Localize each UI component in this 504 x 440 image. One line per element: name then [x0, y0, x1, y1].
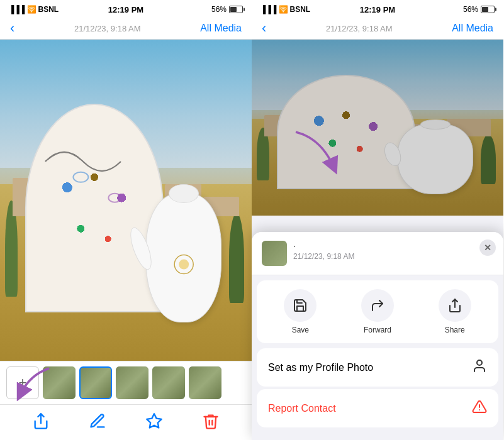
- right-back-button[interactable]: ‹: [262, 21, 266, 35]
- thumbnail-1[interactable]: [43, 366, 76, 399]
- delete-button[interactable]: [202, 412, 220, 430]
- svg-point-3: [179, 260, 189, 270]
- photo-tree-right: [229, 213, 244, 303]
- right-photo-area: [252, 40, 503, 216]
- right-battery-icon: [481, 6, 495, 13]
- left-bottom-toolbar: [0, 404, 252, 440]
- left-nav-bar: ‹ 21/12/23, 9:18 AM All Media: [0, 18, 252, 40]
- svg-point-7: [477, 360, 482, 365]
- left-time: 12:19 PM: [108, 5, 143, 14]
- save-action-label: Save: [292, 326, 309, 334]
- right-nav-bar: ‹ 21/12/23, 9:18 AM All Media: [252, 18, 503, 40]
- right-battery: 56%: [463, 5, 495, 14]
- battery-fill: [230, 7, 237, 12]
- left-back-button[interactable]: ‹: [10, 21, 14, 35]
- left-battery: 56%: [211, 5, 243, 14]
- right-phone-panel: ▐▐▐ 🛜 BSNL 12:19 PM 56% ‹ 21/12/23, 9:18…: [252, 0, 503, 440]
- thumbnail-2[interactable]: [79, 366, 112, 399]
- share-sheet-info: · 21/12/23, 9:18 AM: [293, 241, 493, 261]
- share-sheet-name: ·: [293, 241, 493, 251]
- right-nav-subtitle: 21/12/23, 9:18 AM: [266, 24, 452, 33]
- report-contact-item[interactable]: Report Contact: [257, 389, 498, 427]
- sheet-bottom-spacer: [252, 430, 503, 440]
- share-button[interactable]: [32, 412, 50, 430]
- forward-icon: [370, 298, 385, 313]
- left-carrier: ▐▐▐ 🛜 BSNL: [9, 5, 59, 14]
- save-icon: [293, 298, 308, 313]
- right-carrier-label: BSNL: [290, 5, 311, 14]
- right-status-bar: ▐▐▐ 🛜 BSNL 12:19 PM 56%: [252, 0, 503, 18]
- report-contact-label: Report Contact: [268, 403, 336, 414]
- battery-percent: 56%: [211, 5, 227, 14]
- svg-point-1: [108, 194, 121, 202]
- wifi-icon: 🛜: [27, 5, 36, 14]
- draw-button[interactable]: [89, 412, 106, 430]
- share-action-row: Save Forward: [257, 280, 498, 343]
- share-action-button[interactable]: Share: [439, 289, 471, 334]
- right-carrier: ▐▐▐ 🛜 BSNL: [260, 5, 310, 14]
- signal-icon: ▐▐▐: [9, 5, 25, 14]
- photo-teapot: [146, 194, 221, 322]
- svg-point-0: [73, 172, 88, 182]
- thumbnail-3[interactable]: [116, 366, 148, 399]
- right-time: 12:19 PM: [360, 5, 395, 14]
- photo-embroidery: [25, 104, 164, 312]
- right-battery-fill: [482, 7, 488, 12]
- save-action-button[interactable]: Save: [284, 289, 316, 334]
- left-phone-panel: ▐▐▐ 🛜 BSNL 12:19 PM 56% ‹ 21/12/23, 9:18…: [0, 0, 252, 440]
- forward-action-label: Forward: [364, 326, 391, 334]
- right-battery-percent: 56%: [463, 5, 478, 14]
- photo-scene: [0, 40, 252, 361]
- left-all-media-link[interactable]: All Media: [200, 23, 242, 34]
- set-profile-photo-item[interactable]: Set as my Profile Photo: [257, 348, 498, 387]
- forward-action-button[interactable]: Forward: [361, 289, 394, 334]
- share-sheet: · 21/12/23, 9:18 AM ✕ Save: [252, 232, 503, 440]
- svg-marker-5: [147, 414, 161, 427]
- left-photo-area: [0, 40, 252, 361]
- right-wifi-icon: 🛜: [279, 5, 288, 14]
- thumbnail-strip: +: [0, 361, 252, 404]
- star-button[interactable]: [145, 412, 163, 430]
- share-sheet-close-button[interactable]: ✕: [479, 239, 496, 256]
- share-action-label: Share: [445, 326, 465, 334]
- teapot-lid: [169, 184, 198, 203]
- right-signal-icon: ▐▐▐: [260, 5, 277, 14]
- share-icon: [447, 298, 462, 313]
- forward-icon-circle: [361, 289, 394, 322]
- right-photo-scene: [252, 40, 503, 216]
- profile-icon: [472, 358, 487, 377]
- left-nav-subtitle: 21/12/23, 9:18 AM: [14, 24, 200, 33]
- share-sheet-date: 21/12/23, 9:18 AM: [293, 252, 493, 261]
- share-icon-circle: [439, 289, 471, 322]
- save-icon-circle: [284, 289, 316, 322]
- thumbnail-5[interactable]: [189, 366, 221, 399]
- set-profile-label: Set as my Profile Photo: [268, 362, 373, 373]
- right-all-media-link[interactable]: All Media: [452, 23, 493, 34]
- photo-dim-overlay: [252, 40, 503, 216]
- left-status-bar: ▐▐▐ 🛜 BSNL 12:19 PM 56%: [0, 0, 252, 18]
- share-sheet-header: · 21/12/23, 9:18 AM ✕: [252, 232, 503, 275]
- share-sheet-thumbnail: [262, 241, 287, 266]
- add-media-button[interactable]: +: [6, 366, 39, 399]
- thumbnail-4[interactable]: [152, 366, 185, 399]
- battery-icon: [229, 6, 243, 13]
- carrier-label: BSNL: [38, 5, 59, 14]
- warning-icon: [472, 399, 487, 417]
